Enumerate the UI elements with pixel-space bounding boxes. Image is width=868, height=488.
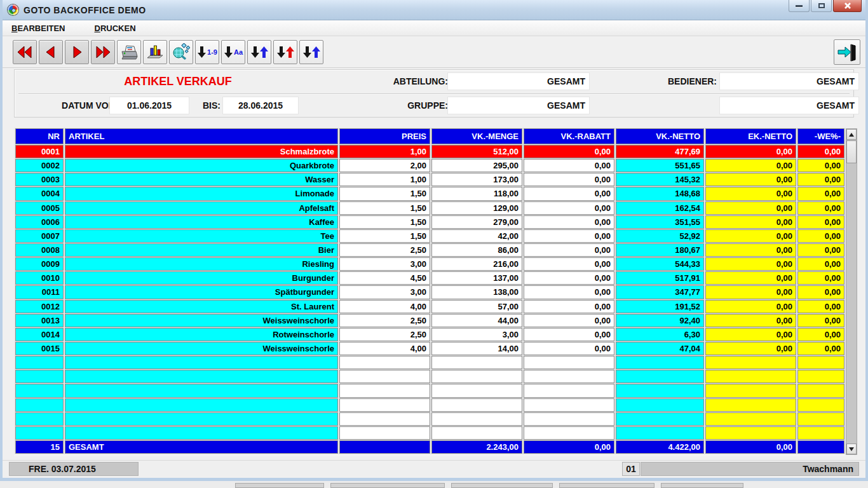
- cell-vk-netto[interactable]: 47,04: [616, 342, 704, 355]
- cell-vk-rabatt[interactable]: 0,00: [524, 243, 614, 257]
- table-row[interactable]: 0002Quarkbrote2,00295,000,00551,650,000,…: [15, 159, 844, 172]
- cell-nr[interactable]: 0015: [15, 342, 64, 355]
- empty-row[interactable]: [15, 412, 844, 426]
- cell-nr[interactable]: 0006: [15, 215, 64, 229]
- cell-ek-netto[interactable]: 0,00: [705, 300, 796, 313]
- sort-toggle-blue-alt-button[interactable]: [299, 40, 323, 64]
- empty-cell-nr[interactable]: [15, 356, 64, 369]
- cell-nr[interactable]: 0009: [15, 257, 64, 271]
- empty-cell-vk-netto[interactable]: [616, 426, 704, 440]
- cell-artikel[interactable]: Apfelsaft: [65, 201, 338, 215]
- cell-vk-netto[interactable]: 517,91: [616, 271, 704, 285]
- cell-ek-netto[interactable]: 0,00: [705, 328, 796, 341]
- empty-cell-artikel[interactable]: [65, 412, 338, 426]
- cell-artikel[interactable]: Riesling: [65, 257, 338, 271]
- cell-vk-rabatt[interactable]: 0,00: [524, 257, 614, 271]
- column-header-ek-netto[interactable]: EK.-NETTO: [705, 128, 796, 144]
- cell-we[interactable]: 0,00: [797, 300, 844, 313]
- column-header-vk-rabatt[interactable]: VK.-RABATT: [524, 128, 614, 144]
- cell-vk-menge[interactable]: 44,00: [431, 314, 522, 327]
- cell-ek-netto[interactable]: 0,00: [705, 271, 796, 285]
- cell-nr[interactable]: 0011: [15, 285, 64, 299]
- close-button[interactable]: [833, 0, 862, 12]
- cell-artikel[interactable]: Schmalzbrote: [65, 145, 338, 158]
- cell-vk-menge[interactable]: 57,00: [431, 300, 522, 313]
- cell-nr[interactable]: 0005: [15, 201, 64, 215]
- empty-cell-nr[interactable]: [15, 384, 64, 397]
- cell-vk-menge[interactable]: 14,00: [431, 342, 522, 355]
- cell-nr[interactable]: 0002: [15, 159, 64, 172]
- cell-vk-rabatt[interactable]: 0,00: [524, 314, 614, 327]
- empty-cell-ek-netto[interactable]: [705, 426, 796, 440]
- cell-vk-rabatt[interactable]: 0,00: [524, 342, 614, 355]
- cell-vk-rabatt[interactable]: 0,00: [524, 229, 614, 243]
- datum-vom-field[interactable]: 01.06.2015: [110, 97, 189, 114]
- empty-cell-ek-netto[interactable]: [705, 412, 796, 426]
- cell-we[interactable]: 0,00: [797, 201, 844, 215]
- cell-preis[interactable]: 1,00: [339, 173, 430, 186]
- print-button[interactable]: [117, 40, 141, 64]
- minimize-button[interactable]: [789, 0, 810, 12]
- cell-vk-rabatt[interactable]: 0,00: [524, 271, 614, 285]
- cell-nr[interactable]: 0012: [15, 300, 64, 313]
- cell-vk-netto[interactable]: 148,68: [616, 187, 704, 200]
- cell-vk-rabatt[interactable]: 0,00: [524, 201, 614, 215]
- empty-cell-preis[interactable]: [339, 412, 430, 426]
- empty-cell-vk-menge[interactable]: [431, 412, 522, 426]
- cell-vk-rabatt[interactable]: 0,00: [524, 285, 614, 299]
- empty-row[interactable]: [15, 384, 844, 397]
- cell-we[interactable]: 0,00: [797, 173, 844, 186]
- empty-cell-artikel[interactable]: [65, 356, 338, 369]
- empty-row[interactable]: [15, 370, 844, 383]
- empty-cell-ek-netto[interactable]: [705, 356, 796, 369]
- cell-nr[interactable]: 0004: [15, 187, 64, 200]
- cell-vk-netto[interactable]: 477,69: [616, 145, 704, 158]
- cell-artikel[interactable]: Spätburgunder: [65, 285, 338, 299]
- cell-we[interactable]: 0,00: [797, 159, 844, 172]
- cell-artikel[interactable]: Tee: [65, 229, 338, 243]
- empty-cell-preis[interactable]: [339, 356, 430, 369]
- search-settings-button[interactable]: [169, 40, 193, 64]
- table-row[interactable]: 0015Weissweinschorle4,0014,000,0047,040,…: [15, 342, 844, 355]
- vertical-scrollbar[interactable]: [846, 128, 857, 455]
- cell-artikel[interactable]: Burgunder: [65, 271, 338, 285]
- empty-cell-we[interactable]: [797, 412, 844, 426]
- cell-vk-rabatt[interactable]: 0,00: [524, 328, 614, 341]
- cell-artikel[interactable]: Rotweinschorle: [65, 328, 338, 341]
- cell-vk-netto[interactable]: 551,65: [616, 159, 704, 172]
- empty-cell-vk-netto[interactable]: [616, 384, 704, 397]
- sort-toggle-red-button[interactable]: [273, 40, 297, 64]
- gruppe-field[interactable]: GESAMT: [448, 97, 589, 114]
- sort-toggle-blue-button[interactable]: [247, 40, 271, 64]
- cell-artikel[interactable]: Weissweinschorle: [65, 342, 338, 355]
- empty-cell-we[interactable]: [797, 426, 844, 440]
- column-header-we[interactable]: -WE%-: [797, 128, 844, 144]
- cell-vk-netto[interactable]: 347,77: [616, 285, 704, 299]
- empty-cell-artikel[interactable]: [65, 426, 338, 440]
- empty-cell-vk-menge[interactable]: [431, 370, 522, 383]
- empty-cell-we[interactable]: [797, 356, 844, 369]
- nav-prev-button[interactable]: [39, 40, 63, 64]
- empty-cell-nr[interactable]: [15, 370, 64, 383]
- cell-preis[interactable]: 1,00: [339, 145, 430, 158]
- cell-we[interactable]: 0,00: [797, 187, 844, 200]
- table-row[interactable]: 0001Schmalzbrote1,00512,000,00477,690,00…: [15, 145, 844, 158]
- cell-preis[interactable]: 2,50: [339, 243, 430, 257]
- cell-vk-rabatt[interactable]: 0,00: [524, 215, 614, 229]
- cell-vk-menge[interactable]: 138,00: [431, 285, 522, 299]
- empty-cell-artikel[interactable]: [65, 384, 338, 397]
- empty-cell-vk-menge[interactable]: [431, 426, 522, 440]
- column-header-vk-menge[interactable]: VK.-MENGE: [431, 128, 522, 144]
- cell-artikel[interactable]: Bier: [65, 243, 338, 257]
- empty-cell-we[interactable]: [797, 398, 844, 412]
- table-row[interactable]: 0006Kaffee1,50279,000,00351,550,000,00: [15, 215, 844, 229]
- empty-cell-vk-rabatt[interactable]: [524, 426, 614, 440]
- empty-cell-vk-menge[interactable]: [431, 384, 522, 397]
- nav-last-button[interactable]: [91, 40, 115, 64]
- extra-filter-field[interactable]: GESAMT: [720, 97, 858, 114]
- empty-row[interactable]: [15, 398, 844, 412]
- cell-vk-rabatt[interactable]: 0,00: [524, 159, 614, 172]
- empty-cell-vk-menge[interactable]: [431, 356, 522, 369]
- column-header-vk-netto[interactable]: VK.-NETTO: [616, 128, 704, 144]
- scroll-down-button[interactable]: [846, 444, 857, 454]
